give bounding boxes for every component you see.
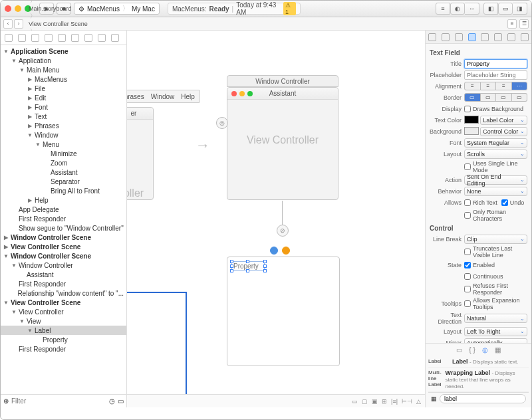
font-picker[interactable]: System Regular <box>464 138 527 148</box>
outline-row[interactable]: ▼View <box>1 316 126 326</box>
outline-row[interactable]: Zoom <box>1 158 126 167</box>
disclosure-triangle-icon[interactable]: ▼ <box>19 67 25 73</box>
rich-text-checkbox[interactable] <box>464 199 471 206</box>
disclosure-triangle-icon[interactable]: ▼ <box>27 328 33 334</box>
outline-row[interactable]: ▼View Controller <box>1 307 126 316</box>
file-inspector-icon[interactable] <box>428 33 436 41</box>
outline-row[interactable]: ▶View Controller Scene <box>1 242 126 251</box>
attributes-inspector-icon[interactable] <box>468 33 476 41</box>
embed-icon[interactable]: ⊞ <box>382 398 387 405</box>
outline-row[interactable]: ▶File <box>1 84 126 93</box>
debug-navigator-icon[interactable] <box>84 34 92 42</box>
assistant-editor-icon[interactable]: ◐ <box>450 3 465 15</box>
bottom-panel-toggle-icon[interactable]: ▭ <box>498 3 513 15</box>
disclosure-triangle-icon[interactable]: ▼ <box>11 58 17 64</box>
outline-row[interactable]: ▼Main Menu <box>1 65 126 74</box>
test-navigator-icon[interactable] <box>71 34 79 42</box>
document-outline[interactable]: ▼Application Scene▼Application▼Main Menu… <box>1 45 126 394</box>
outline-row[interactable]: Separator <box>1 177 126 186</box>
filter-input[interactable] <box>11 397 106 405</box>
menu-item[interactable]: Help <box>181 93 195 100</box>
enabled-checkbox[interactable] <box>464 262 471 268</box>
library-search-input[interactable] <box>440 394 526 403</box>
tooltips-checkbox[interactable] <box>464 300 471 307</box>
behavior-popup[interactable]: None <box>464 187 527 196</box>
outline-row[interactable]: ▼Menu <box>1 140 126 149</box>
project-navigator-icon[interactable] <box>5 34 13 42</box>
pin-icon[interactable]: ⊢⊣ <box>402 398 412 405</box>
breadcrumb-item[interactable]: View Controller Scene <box>29 21 88 27</box>
effects-inspector-icon[interactable] <box>521 33 529 41</box>
border-segment[interactable]: ▭▭▭▭ <box>464 93 527 102</box>
outline-row[interactable]: ▶Text <box>1 112 126 121</box>
outline-row[interactable]: Minimize <box>1 149 126 158</box>
segue-connector-icon[interactable]: ⊘ <box>277 225 289 237</box>
outline-row[interactable]: Assistant <box>1 167 126 177</box>
disclosure-triangle-icon[interactable]: ▼ <box>3 49 9 54</box>
disclosure-triangle-icon[interactable]: ▼ <box>27 132 33 138</box>
code-snippet-icon[interactable]: { } <box>469 346 475 354</box>
outline-row[interactable]: First Responder <box>1 214 126 223</box>
disclosure-triangle-icon[interactable]: ▼ <box>35 142 41 148</box>
text-color-popup[interactable]: Label Color <box>480 116 527 125</box>
library-item[interactable]: LabelLabel - Displays static text. <box>428 356 529 368</box>
outline-row[interactable]: ▶Window Controller Scene <box>1 233 126 242</box>
source-control-navigator-icon[interactable] <box>18 34 26 42</box>
identity-inspector-icon[interactable] <box>455 33 463 41</box>
refuses-checkbox[interactable] <box>464 286 471 292</box>
disclosure-triangle-icon[interactable]: ▼ <box>19 318 25 324</box>
assistant-window[interactable]: Assistant View Controller <box>227 87 338 200</box>
connections-inspector-icon[interactable] <box>494 33 502 41</box>
report-navigator-icon[interactable] <box>111 34 119 42</box>
issue-navigator-icon[interactable] <box>58 34 66 42</box>
outline-row[interactable]: ▶MacMenus <box>1 74 126 84</box>
selected-view-outline[interactable] <box>127 292 187 398</box>
related-items-icon[interactable]: ≡ <box>507 19 517 29</box>
background-color-well[interactable] <box>464 127 479 135</box>
first-responder-icon[interactable] <box>282 247 290 255</box>
undo-checkbox[interactable] <box>501 199 508 206</box>
outline-row[interactable]: ▼View Controller Scene <box>1 298 126 307</box>
outline-row[interactable]: ▼Window Controller <box>1 261 126 270</box>
single-line-checkbox[interactable] <box>464 163 471 170</box>
continuous-checkbox[interactable] <box>464 273 471 280</box>
textdir-popup[interactable]: Natural <box>464 314 527 323</box>
disclosure-triangle-icon[interactable]: ▶ <box>3 244 9 250</box>
library-item[interactable]: Multi-line LabelWrapping Label - Display… <box>428 368 529 392</box>
outline-row[interactable]: ▼Application <box>1 56 126 65</box>
outline-row[interactable]: ▼Window <box>1 130 126 140</box>
menu-item[interactable]: Phrases <box>127 93 144 100</box>
left-panel-toggle-icon[interactable]: ◧ <box>483 3 498 15</box>
outline-row[interactable]: Property <box>1 335 126 344</box>
find-navigator-icon[interactable] <box>45 34 53 42</box>
disclosure-triangle-icon[interactable]: ▼ <box>11 309 17 315</box>
warning-badge[interactable]: ⚠ 1 <box>283 2 296 15</box>
document-outline-toggle-icon[interactable]: ☰ <box>519 19 529 29</box>
grid-view-icon[interactable]: ▦ <box>431 395 437 402</box>
roman-only-checkbox[interactable] <box>464 212 471 219</box>
file-template-icon[interactable]: ▭ <box>456 346 462 354</box>
disclosure-triangle-icon[interactable]: ▶ <box>27 197 33 203</box>
outline-row[interactable]: ▶Phrases <box>1 121 126 130</box>
breakpoint-navigator-icon[interactable] <box>98 34 106 42</box>
outline-row[interactable]: ▼Label <box>1 326 126 335</box>
view-controller-view[interactable]: Property <box>227 257 340 366</box>
right-panel-toggle-icon[interactable]: ◨ <box>513 3 527 15</box>
title-input[interactable] <box>464 59 527 68</box>
media-library-icon[interactable]: ▦ <box>495 346 501 354</box>
align-icon[interactable]: |≡| <box>391 398 398 405</box>
disclosure-triangle-icon[interactable]: ▶ <box>27 86 33 92</box>
object-library-icon[interactable]: ◎ <box>482 346 488 354</box>
editor-mode-segment[interactable]: ≡ ◐ ↔ <box>436 3 479 15</box>
disclosure-triangle-icon[interactable]: ▶ <box>27 95 33 101</box>
draws-background-checkbox[interactable] <box>464 106 471 112</box>
inspector-tabs[interactable] <box>426 31 531 44</box>
back-button[interactable]: ‹ <box>3 19 13 29</box>
minimize-window-icon[interactable] <box>15 5 21 12</box>
text-color-well[interactable] <box>464 116 479 124</box>
alignment-segment[interactable]: ≡≡≡⋯ <box>464 82 527 90</box>
navigator-tabs[interactable] <box>1 31 126 45</box>
standard-editor-icon[interactable]: ≡ <box>436 3 450 15</box>
linebreak-popup[interactable]: Clip <box>464 235 527 244</box>
outline-row[interactable]: App Delegate <box>1 205 126 214</box>
